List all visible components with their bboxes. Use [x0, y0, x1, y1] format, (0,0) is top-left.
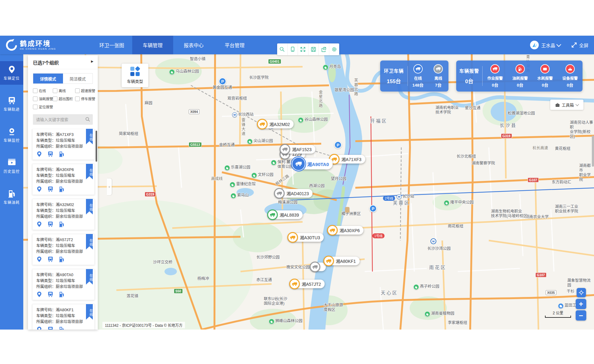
vehicle-card[interactable]: 车牌号码：湘A80KF1 车辆类型：垃圾压缩车 所属组织：厨余垃圾项目部 在线: [32, 304, 95, 330]
locate-vehicle-icon[interactable]: [36, 256, 42, 262]
vehicle-card[interactable]: 车牌号码：湘A71XF3 车辆类型：垃圾压缩车 所属组织：厨余垃圾项目部 在线: [32, 129, 95, 160]
nav-item-vehicle-mgmt[interactable]: 车辆管理: [132, 36, 173, 54]
filter-checkbox[interactable]: 停车报警: [75, 96, 95, 101]
checkbox-icon[interactable]: [75, 88, 80, 93]
browser-scrollbar[interactable]: [592, 136, 594, 167]
vehicle-marker[interactable]: [310, 263, 326, 271]
checkbox-icon[interactable]: [33, 105, 38, 109]
vehicle-marker[interactable]: 湘A90TA0: [292, 158, 333, 169]
vehicle-marker[interactable]: 湘A71XF3: [330, 155, 365, 164]
map-label: 长沙沙湾公园: [427, 246, 451, 251]
org-selector[interactable]: 已选7个组织: [28, 55, 98, 69]
vehicle-card[interactable]: 车牌号码：湘A32M02 车辆类型：垃圾压缩车 所属组织：厨余垃圾项目部 在线: [32, 199, 95, 230]
nav-item-platform[interactable]: 平台管理: [214, 36, 255, 54]
checkbox-icon[interactable]: [53, 88, 57, 93]
vehicle-marker[interactable]: 湘A80KF1: [324, 257, 360, 265]
expand-icon[interactable]: [298, 43, 308, 55]
sidebar-item-vehicle-fuel[interactable]: 车辆油耗: [0, 185, 23, 209]
map-label: 晚安文化公园: [286, 265, 310, 270]
map-label: 望月公园: [331, 177, 346, 181]
org-label: 所属组织：: [36, 285, 56, 289]
zoom-search-icon[interactable]: [277, 43, 288, 55]
vehicle-marker[interactable]: 湘AL8839: [268, 210, 303, 219]
plate-value: 湘A30XP6: [56, 168, 74, 172]
checkbox-icon[interactable]: [53, 97, 57, 101]
locate-vehicle-icon[interactable]: [36, 221, 42, 227]
track-vehicle-icon[interactable]: [47, 256, 53, 262]
zoom-in-button[interactable]: +: [576, 299, 586, 309]
vehicle-card[interactable]: 车牌号码：湘A57JT2 车辆类型：垃圾压缩车 所属组织：厨余垃圾项目部 在线: [32, 234, 95, 265]
map-label: 湖南生物机电职业 技术学院(马坡岭校区): [491, 209, 529, 218]
vehicle-marker[interactable]: 湘AF1523: [280, 145, 315, 154]
filter-checkbox[interactable]: 在线: [33, 88, 52, 93]
chevron-down-icon[interactable]: [556, 42, 561, 47]
fuel-vehicle-icon[interactable]: [59, 256, 65, 262]
vehicle-list[interactable]: 车牌号码：湘A71XF3 车辆类型：垃圾压缩车 所属组织：厨余垃圾项目部 在线 …: [28, 129, 98, 330]
vehicle-marker[interactable]: 湘A57JT2: [290, 280, 325, 288]
vehicle-card[interactable]: 车牌号码：湘A90TA0 车辆类型：垃圾压缩车 所属组织：厨余垃圾项目部 在线: [32, 269, 95, 300]
track-vehicle-icon[interactable]: [47, 221, 53, 227]
filter-checkbox[interactable]: 定位报警: [33, 104, 52, 109]
plate-value: 湘A90TA0: [56, 273, 74, 277]
checkbox-icon[interactable]: [33, 88, 38, 93]
save-icon[interactable]: [308, 43, 319, 55]
settings-icon[interactable]: [329, 43, 340, 55]
zoom-out-button[interactable]: −: [576, 310, 586, 321]
road-shield: G319: [501, 133, 512, 138]
alarm-stats-panel: 车辆报警 0台 作业报警 0台 油耗报警 0台 水耗报警 0台 设备报警 0台: [456, 61, 583, 92]
search-input[interactable]: [33, 114, 93, 125]
checkbox-icon[interactable]: [75, 97, 80, 101]
work-alarm-stat: 作业报警 0台: [483, 64, 508, 88]
tab-simple-mode[interactable]: 简洁模式: [63, 74, 93, 83]
locate-vehicle-icon[interactable]: [36, 291, 42, 297]
filter-checkbox[interactable]: 超速报警: [75, 88, 95, 93]
nav-item-reports[interactable]: 报表中心: [173, 36, 214, 54]
locate-vehicle-icon[interactable]: [36, 151, 42, 157]
sidebar-item-vehicle-location[interactable]: 车辆定位: [0, 61, 23, 85]
filter-checkbox[interactable]: 离线: [53, 88, 74, 93]
vehicle-type-button[interactable]: 车辆类型: [122, 64, 148, 87]
username[interactable]: 王水晶: [541, 42, 555, 48]
fullscreen-button[interactable]: 全屏: [571, 42, 588, 48]
org-label: 所属组织：: [36, 320, 56, 324]
fuel-vehicle-icon[interactable]: [59, 291, 65, 297]
fuel-vehicle-icon[interactable]: [59, 151, 65, 157]
vehicle-card[interactable]: 车牌号码：湘A30XP6 车辆类型：垃圾压缩车 所属组织：厨余垃圾项目部 在线: [32, 164, 95, 195]
track-vehicle-icon[interactable]: [47, 326, 53, 330]
sidebar-item-vehicle-monitor[interactable]: 车辆监控: [0, 123, 23, 147]
fuel-vehicle-icon[interactable]: [59, 221, 65, 227]
search-icon[interactable]: [85, 117, 90, 123]
locate-button[interactable]: [577, 288, 586, 297]
fuel-vehicle-icon[interactable]: [59, 326, 65, 330]
track-vehicle-icon[interactable]: [47, 151, 53, 157]
avatar[interactable]: [530, 41, 539, 49]
nav-item-overview[interactable]: 环卫一张图: [91, 36, 132, 54]
truck-icon: [323, 256, 334, 266]
sidebar-item-history-monitor[interactable]: 历史监控: [0, 154, 23, 178]
tab-detail-mode[interactable]: 详情模式: [33, 74, 63, 83]
fuel-vehicle-icon[interactable]: [59, 186, 65, 192]
vehicle-marker[interactable]: 湘AD40123: [275, 189, 313, 198]
locate-vehicle-icon[interactable]: [36, 326, 42, 330]
fullscreen-label: 全屏: [579, 42, 588, 48]
toolbox-button[interactable]: 工具箱: [550, 100, 583, 110]
list-scrollbar[interactable]: [96, 131, 97, 162]
checkbox-icon[interactable]: [33, 97, 38, 101]
water-alarm-stat: 水耗报警 0台: [533, 64, 558, 88]
track-vehicle-icon[interactable]: [47, 291, 53, 297]
export-icon[interactable]: [319, 43, 329, 55]
vehicle-panel: 已选7个组织 详情模式 简洁模式 在线 离线 超速报警 油耗报警 超出围栏 停车…: [28, 55, 98, 330]
vehicle-marker[interactable]: 湘A30XP6: [328, 226, 363, 235]
track-vehicle-icon[interactable]: [47, 186, 53, 192]
vehicle-marker[interactable]: 湘A30TU3: [288, 233, 324, 242]
device-icon[interactable]: [288, 43, 298, 55]
fuel-alarm-stat: 油耗报警 0台: [508, 64, 533, 88]
map-label: 雨花区: [429, 265, 447, 270]
filter-checkbox[interactable]: 超出围栏: [53, 96, 74, 101]
org-value: 厨余垃圾项目部: [56, 144, 83, 149]
panel-collapse-handle[interactable]: ‹: [107, 178, 112, 195]
filter-checkbox[interactable]: 油耗报警: [33, 96, 52, 101]
locate-vehicle-icon[interactable]: [36, 186, 42, 192]
sidebar-item-vehicle-track[interactable]: 车辆轨迹: [0, 92, 23, 116]
vehicle-marker[interactable]: 湘A32M02: [258, 120, 294, 128]
